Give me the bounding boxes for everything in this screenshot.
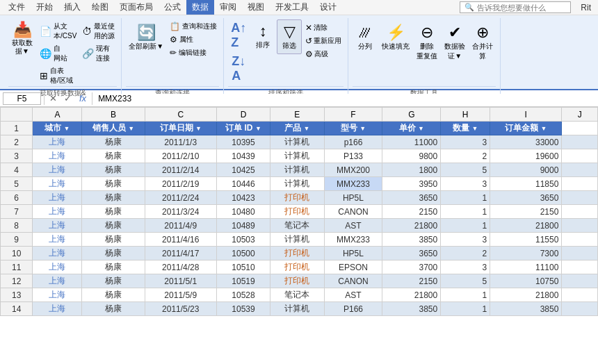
menu-review[interactable]: 审阅 — [214, 0, 242, 15]
cell-6-I[interactable]: 3650 — [490, 191, 562, 205]
cell-11-G[interactable]: 3700 — [382, 260, 441, 274]
cell-6-D[interactable]: 10423 — [216, 191, 270, 205]
cell-12-E[interactable]: 打印机 — [270, 274, 324, 288]
btn-from-web[interactable]: 🌐 自网站 — [38, 43, 79, 64]
btn-remove-dup[interactable]: ⊖ 删除重复值 — [414, 21, 440, 64]
cell-14-A[interactable]: 上海 — [33, 302, 82, 316]
btn-split[interactable]: ⫻ 分列 — [353, 21, 378, 54]
cell-3-D[interactable]: 10439 — [216, 149, 270, 163]
btn-sort[interactable]: ↕ 排序 — [250, 19, 275, 53]
cell-7-F[interactable]: CANON — [324, 205, 382, 219]
cell-8-H[interactable]: 1 — [441, 219, 490, 233]
cell-4-G[interactable]: 1800 — [382, 163, 441, 177]
cell-3-B[interactable]: 杨康 — [82, 149, 145, 163]
cell-7-A[interactable]: 上海 — [33, 205, 82, 219]
cell-5-C[interactable]: 2011/2/19 — [145, 177, 216, 191]
header-model[interactable]: 型号 ▼ — [324, 122, 382, 135]
cell-7-C[interactable]: 2011/3/24 — [145, 205, 216, 219]
btn-get-data[interactable]: 📥 获取数据▼ — [8, 18, 36, 58]
col-header-A[interactable]: A — [33, 108, 82, 122]
filter-arrow-model[interactable]: ▼ — [359, 125, 366, 132]
menu-file[interactable]: 文件 — [3, 0, 31, 15]
btn-recent-source[interactable]: ⏱ 最近使用的源 — [80, 21, 117, 42]
cell-2-C[interactable]: 2011/1/3 — [145, 135, 216, 149]
cell-13-C[interactable]: 2011/5/9 — [145, 288, 216, 302]
filter-arrow-amount[interactable]: ▼ — [540, 125, 547, 132]
cell-11-B[interactable]: 杨康 — [82, 260, 145, 274]
cell-2-I[interactable]: 33000 — [490, 135, 562, 149]
menu-draw[interactable]: 绘图 — [86, 0, 114, 15]
cell-reference-box[interactable] — [3, 92, 41, 105]
cell-4-I[interactable]: 9000 — [490, 163, 562, 177]
cell-6-C[interactable]: 2011/2/24 — [145, 191, 216, 205]
btn-merge-calc[interactable]: ⊕ 合并计算 — [469, 21, 496, 64]
cell-6-A[interactable]: 上海 — [33, 191, 82, 205]
cell-11-H[interactable]: 3 — [441, 260, 490, 274]
header-price[interactable]: 单价 ▼ — [382, 122, 441, 135]
cell-2-D[interactable]: 10395 — [216, 135, 270, 149]
header-salesperson[interactable]: 销售人员 ▼ — [82, 122, 145, 135]
header-qty[interactable]: 数量 ▼ — [441, 122, 490, 135]
cell-8-C[interactable]: 2011/4/9 — [145, 219, 216, 233]
cell-14-I[interactable]: 3850 — [490, 302, 562, 316]
cell-14-G[interactable]: 3850 — [382, 302, 441, 316]
cell-6-E[interactable]: 打印机 — [270, 191, 324, 205]
cell-14-F[interactable]: P166 — [324, 302, 382, 316]
filter-arrow-salesperson[interactable]: ▼ — [128, 125, 134, 132]
filter-arrow-product[interactable]: ▼ — [304, 125, 310, 132]
header-orderdate[interactable]: 订单日期 ▼ — [145, 122, 216, 135]
cell-7-E[interactable]: 打印机 — [270, 205, 324, 219]
cell-10-I[interactable]: 7300 — [490, 247, 562, 260]
col-header-G[interactable]: G — [382, 108, 441, 122]
cell-8-F[interactable]: AST — [324, 219, 382, 233]
cancel-icon[interactable]: ✕ — [47, 93, 59, 104]
cell-14-H[interactable]: 1 — [441, 302, 490, 316]
cell-11-I[interactable]: 11100 — [490, 260, 562, 274]
cell-2-G[interactable]: 11000 — [382, 135, 441, 149]
cell-11-E[interactable]: 打印机 — [270, 260, 324, 274]
cell-3-E[interactable]: 计算机 — [270, 149, 324, 163]
cell-13-G[interactable]: 21800 — [382, 288, 441, 302]
search-box[interactable]: 🔍 — [460, 1, 571, 13]
cell-9-E[interactable]: 计算机 — [270, 233, 324, 247]
cell-4-H[interactable]: 5 — [441, 163, 490, 177]
cell-3-F[interactable]: P133 — [324, 149, 382, 163]
cell-10-A[interactable]: 上海 — [33, 247, 82, 260]
cell-8-A[interactable]: 上海 — [33, 219, 82, 233]
cell-5-E[interactable]: 计算机 — [270, 177, 324, 191]
cell-12-G[interactable]: 2150 — [382, 274, 441, 288]
btn-from-table[interactable]: ⊞ 自表格/区域 — [38, 65, 79, 86]
cell-9-G[interactable]: 3850 — [382, 233, 441, 247]
cell-4-A[interactable]: 上海 — [33, 163, 82, 177]
cell-2-A[interactable]: 上海 — [33, 135, 82, 149]
btn-existing-conn[interactable]: 🔗 现有连接 — [80, 43, 117, 64]
cell-13-E[interactable]: 笔记本 — [270, 288, 324, 302]
filter-arrow-price[interactable]: ▼ — [418, 125, 424, 132]
cell-13-I[interactable]: 21800 — [490, 288, 562, 302]
confirm-icon[interactable]: ✓ — [62, 93, 74, 104]
cell-2-F[interactable]: p166 — [324, 135, 382, 149]
cell-8-G[interactable]: 21800 — [382, 219, 441, 233]
cell-10-D[interactable]: 10500 — [216, 247, 270, 260]
cell-7-I[interactable]: 2150 — [490, 205, 562, 219]
cell-11-C[interactable]: 2011/4/28 — [145, 260, 216, 274]
header-product[interactable]: 产品 ▼ — [270, 122, 324, 135]
cell-9-B[interactable]: 杨康 — [82, 233, 145, 247]
header-city[interactable]: 城市 ▼ — [33, 122, 82, 135]
btn-properties[interactable]: ⚙ 属性 — [168, 34, 219, 45]
cell-3-C[interactable]: 2011/2/10 — [145, 149, 216, 163]
cell-9-I[interactable]: 11550 — [490, 233, 562, 247]
filter-arrow-city[interactable]: ▼ — [64, 125, 70, 132]
btn-sort-desc[interactable]: Z↓A — [229, 53, 248, 85]
col-header-F[interactable]: F — [324, 108, 382, 122]
cell-12-D[interactable]: 10519 — [216, 274, 270, 288]
btn-data-valid[interactable]: ✔ 数据验证▼ — [442, 21, 468, 64]
col-header-C[interactable]: C — [145, 108, 216, 122]
cell-5-B[interactable]: 杨康 — [82, 177, 145, 191]
cell-5-D[interactable]: 10446 — [216, 177, 270, 191]
cell-9-H[interactable]: 3 — [441, 233, 490, 247]
cell-14-E[interactable]: 计算机 — [270, 302, 324, 316]
col-header-I[interactable]: I — [490, 108, 562, 122]
cell-4-F[interactable]: MMX200 — [324, 163, 382, 177]
cell-13-F[interactable]: AST — [324, 288, 382, 302]
